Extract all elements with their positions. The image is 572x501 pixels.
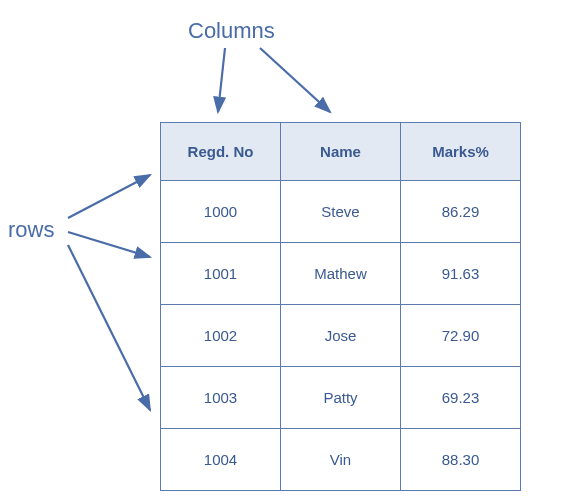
cell-name: Mathew [281,243,401,305]
column-header-marks: Marks% [401,123,521,181]
column-header-regd: Regd. No [161,123,281,181]
cell-regd: 1002 [161,305,281,367]
table-row: 1003 Patty 69.23 [161,367,521,429]
table-row: 1000 Steve 86.29 [161,181,521,243]
svg-line-2 [68,175,150,218]
table-row: 1002 Jose 72.90 [161,305,521,367]
cell-marks: 91.63 [401,243,521,305]
cell-name: Steve [281,181,401,243]
cell-regd: 1004 [161,429,281,491]
table-header-row: Regd. No Name Marks% [161,123,521,181]
svg-line-1 [260,48,330,112]
cell-name: Patty [281,367,401,429]
cell-marks: 72.90 [401,305,521,367]
column-header-name: Name [281,123,401,181]
cell-regd: 1003 [161,367,281,429]
cell-regd: 1001 [161,243,281,305]
cell-marks: 86.29 [401,181,521,243]
table-row: 1004 Vin 88.30 [161,429,521,491]
data-table: Regd. No Name Marks% 1000 Steve 86.29 10… [160,122,521,491]
svg-line-4 [68,245,150,410]
table-row: 1001 Mathew 91.63 [161,243,521,305]
cell-regd: 1000 [161,181,281,243]
svg-line-0 [218,48,225,112]
cell-marks: 69.23 [401,367,521,429]
cell-name: Jose [281,305,401,367]
svg-line-3 [68,232,150,257]
diagram-canvas: Columns rows Regd. No Name Marks% [0,0,572,501]
cell-marks: 88.30 [401,429,521,491]
cell-name: Vin [281,429,401,491]
